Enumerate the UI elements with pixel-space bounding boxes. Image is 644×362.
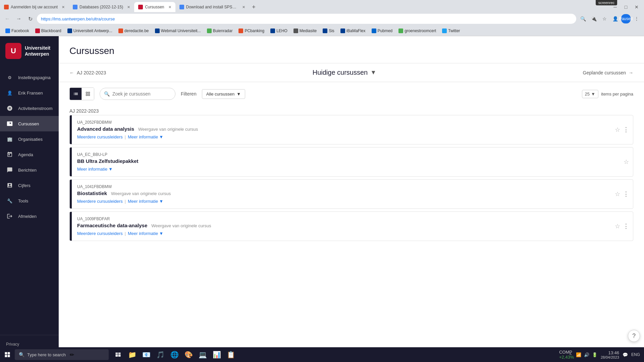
course-name: Biostatistiek: [77, 190, 107, 196]
more-info-button[interactable]: Meer informatie ▼: [77, 167, 113, 172]
bookmark-favicon: [398, 28, 403, 33]
app-icon-4[interactable]: 🎨: [182, 348, 195, 361]
tab-spss[interactable]: Download and install SPSS - My... ✕: [175, 2, 249, 12]
explorer-icon[interactable]: 📁: [125, 348, 139, 361]
sidebar-item-cursussen[interactable]: Cursussen: [0, 116, 59, 131]
app-icon-6[interactable]: 📊: [210, 348, 223, 361]
more-info-button[interactable]: Meer informatie ▼: [128, 134, 163, 139]
course-leaders-link[interactable]: Meerdere cursusleiders: [77, 231, 123, 236]
back-button[interactable]: ←: [3, 14, 12, 23]
bookmark-ibamaflex[interactable]: iBaMaFlex: [338, 27, 368, 34]
bookmark-pcbanking[interactable]: PCbanking: [236, 27, 267, 34]
tab-close-icon[interactable]: ✕: [168, 5, 171, 9]
taskbar-search[interactable]: 🔍 Type here to search ✏: [15, 349, 109, 360]
more-options-icon[interactable]: ⋮: [623, 223, 629, 230]
network-icon[interactable]: 📶: [575, 352, 582, 357]
tray-icon-up[interactable]: ^: [567, 352, 574, 357]
forward-button[interactable]: →: [14, 14, 23, 23]
sidebar-item-cijfers[interactable]: Cijfers: [0, 178, 59, 193]
sidebar-item-profile[interactable]: 👤 Erik Fransen: [0, 85, 59, 101]
bookmark-sis[interactable]: Sis: [320, 27, 337, 34]
start-button[interactable]: [1, 349, 13, 361]
sidebar-item-afmelden[interactable]: Afmelden: [0, 208, 59, 224]
sidebar-item-label: Tools: [18, 198, 28, 203]
tab-databases[interactable]: Databases (2022-12-15) ✕: [69, 2, 134, 12]
address-bar-row: ← → ↻ 🔍 🔌 ☆ 👤 Paused ⋮: [0, 12, 644, 25]
tab-close-icon[interactable]: ✕: [62, 5, 65, 9]
extensions-icon[interactable]: 🔌: [589, 14, 598, 23]
course-body: UA_1009FBDFAR Farmaceutische data-analys…: [72, 212, 611, 241]
battery-icon[interactable]: 🔋: [591, 352, 598, 357]
bookmark-groenestroomcert[interactable]: groenestroomcert: [396, 27, 439, 34]
paused-badge[interactable]: Paused: [621, 14, 631, 23]
bookmark-universiteit[interactable]: Universiteit Antwerp...: [65, 27, 115, 34]
sidebar-item-tools[interactable]: 🔧 Tools: [0, 193, 59, 208]
new-tab-button[interactable]: +: [249, 2, 259, 12]
items-per-page-select[interactable]: 25 ▼: [582, 90, 598, 98]
sidebar-item-organisaties[interactable]: 🏢 Organisaties: [0, 131, 59, 147]
list-view-button[interactable]: [70, 88, 82, 100]
search-icon[interactable]: 🔍: [578, 14, 588, 23]
taskbar-search-icon: 🔍: [19, 352, 24, 357]
app-icon-1[interactable]: 📧: [140, 348, 153, 361]
address-input[interactable]: [37, 14, 576, 24]
app-icon-7[interactable]: 📋: [224, 348, 237, 361]
more-options-icon[interactable]: ⋮: [623, 126, 629, 133]
search-icon: 🔍: [104, 91, 110, 97]
profile-icon[interactable]: 👤: [610, 14, 620, 23]
star-icon[interactable]: ☆: [624, 158, 629, 166]
tab-close-icon[interactable]: ✕: [242, 5, 245, 9]
tab-cursussen[interactable]: Cursussen ✕: [134, 2, 175, 12]
taskview-button[interactable]: [111, 348, 125, 361]
app-icon-5[interactable]: 💻: [196, 348, 209, 361]
tab-close-icon[interactable]: ✕: [127, 5, 130, 9]
more-options-icon[interactable]: ⋮: [623, 190, 629, 198]
star-icon[interactable]: ☆: [615, 126, 620, 133]
current-period-dropdown[interactable]: Huidige cursussen ▼: [313, 69, 376, 76]
bookmark-favicon: [118, 28, 123, 33]
close-window-button[interactable]: ✕: [632, 2, 641, 12]
maximize-button[interactable]: □: [621, 2, 631, 12]
tab-aanmelden[interactable]: Aanmelden bij uw account ✕: [0, 2, 69, 12]
bookmark-icon[interactable]: ☆: [600, 14, 609, 23]
sidebar-item-agenda[interactable]: Agenda: [0, 147, 59, 162]
separator: |: [125, 135, 126, 139]
prev-period-button[interactable]: ← AJ 2022-2023: [69, 70, 106, 75]
bookmark-buienradar[interactable]: Buienradar: [204, 27, 235, 34]
star-icon[interactable]: ☆: [615, 190, 620, 198]
clock[interactable]: 13:46 28/04/2023: [601, 350, 619, 359]
sidebar-item-berichten[interactable]: Berichten: [0, 162, 59, 178]
bookmark-twitter[interactable]: Twitter: [439, 27, 463, 34]
course-leaders-link[interactable]: Meerdere cursusleiders: [77, 199, 123, 204]
more-info-button[interactable]: Meer informatie ▼: [128, 231, 163, 236]
reload-button[interactable]: ↻: [25, 14, 35, 23]
more-info-button[interactable]: Meer informatie ▼: [128, 199, 163, 204]
grades-icon: [6, 182, 13, 189]
bookmark-pubmed[interactable]: Pubmed: [369, 27, 395, 34]
app-icon-2[interactable]: 🎵: [154, 348, 167, 361]
tab-favicon: [73, 5, 77, 9]
dropdown-arrow-icon: ▼: [236, 92, 241, 97]
search-input[interactable]: [112, 91, 171, 97]
lang-indicator: ENG: [631, 352, 640, 357]
bookmark-facebook[interactable]: Facebook: [3, 27, 32, 34]
next-period-button[interactable]: Geplande cursussen →: [583, 70, 633, 75]
help-button[interactable]: ?: [628, 330, 640, 342]
bookmark-deredactie[interactable]: deredactie.be: [116, 27, 152, 34]
menu-icon[interactable]: ⋮: [632, 14, 641, 23]
sidebar-item-activity[interactable]: Activiteitenstroom: [0, 101, 59, 116]
bookmark-blackboard[interactable]: Blackboard: [33, 27, 64, 34]
bookmark-mediasite[interactable]: Mediasite: [291, 27, 319, 34]
bookmark-webmail[interactable]: Webmail Universiteit...: [152, 27, 204, 34]
bookmark-favicon: [35, 28, 40, 33]
sidebar-item-instellingen[interactable]: ⚙ Instellingspagina: [0, 70, 59, 85]
star-icon[interactable]: ☆: [615, 223, 620, 230]
activity-icon: [6, 105, 13, 112]
filter-dropdown[interactable]: Alle cursussen ▼: [202, 89, 245, 99]
course-leaders-link[interactable]: Meerdere cursusleiders: [77, 134, 123, 139]
grid-view-button[interactable]: [82, 88, 94, 100]
volume-icon[interactable]: 🔊: [583, 352, 590, 357]
bookmark-leho[interactable]: LEHO: [268, 27, 290, 34]
app-icon-3[interactable]: 🌐: [168, 348, 181, 361]
notification-icon[interactable]: 💬: [622, 352, 629, 357]
